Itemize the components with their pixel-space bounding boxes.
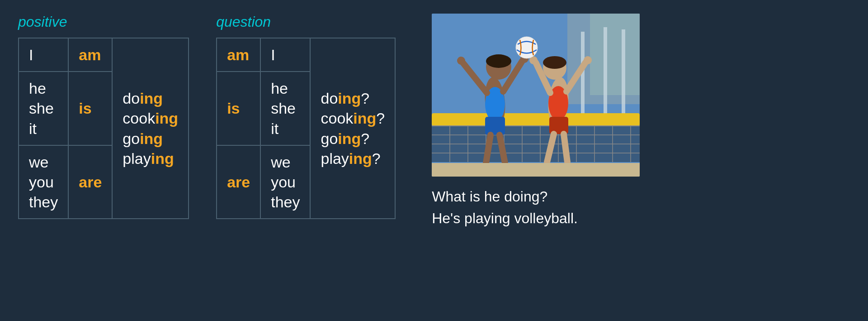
verb-cell: am [217,38,260,72]
svg-point-41 [584,56,592,64]
svg-point-28 [457,57,465,65]
subject-cell: weyouthey [260,145,310,219]
verb-cell: are [68,145,112,219]
verb-cell: is [217,72,260,145]
svg-rect-4 [604,27,607,122]
question-table: am I doing? cooking? going? playing? is … [216,38,396,219]
subject-cell: I [19,38,68,72]
question-label: question [216,14,396,30]
volleyball-svg [432,14,640,177]
svg-line-32 [486,135,491,163]
verb-cell: am [68,38,112,72]
svg-point-37 [543,56,566,69]
question-section: question am I doing? cooking? going? pla… [216,14,396,219]
main-container: positive I am doing cooking going playin… [18,14,850,229]
svg-rect-3 [581,32,585,122]
subject-cell: I [260,38,310,72]
caption: What is he doing? He's playing volleybal… [432,186,578,229]
subject-cell: hesheit [19,72,68,145]
caption-line2: He's playing volleyball. [432,207,578,229]
subject-cell: hesheit [260,72,310,145]
svg-rect-5 [622,29,625,120]
positive-table: I am doing cooking going playing hesheit… [18,38,189,219]
svg-point-45 [516,37,538,58]
caption-line1: What is he doing? [432,186,578,207]
table-row: I am doing cooking going playing [19,38,189,72]
gerund-cell: doing cooking going playing [112,38,189,219]
right-section: What is he doing? He's playing volleybal… [432,14,640,229]
svg-rect-2 [590,14,640,95]
svg-line-44 [564,134,567,162]
subject-cell: weyouthey [19,145,68,219]
svg-rect-31 [485,117,505,135]
svg-rect-46 [432,163,640,177]
svg-rect-6 [432,113,640,126]
volleyball-image [432,14,640,177]
positive-section: positive I am doing cooking going playin… [18,14,189,219]
gerund-cell: doing? cooking? going? playing? [310,38,395,219]
verb-cell: is [68,72,112,145]
table-row: am I doing? cooking? going? playing? [217,38,395,72]
positive-label: positive [18,14,189,30]
svg-point-26 [486,54,511,68]
verb-cell: are [217,145,260,219]
